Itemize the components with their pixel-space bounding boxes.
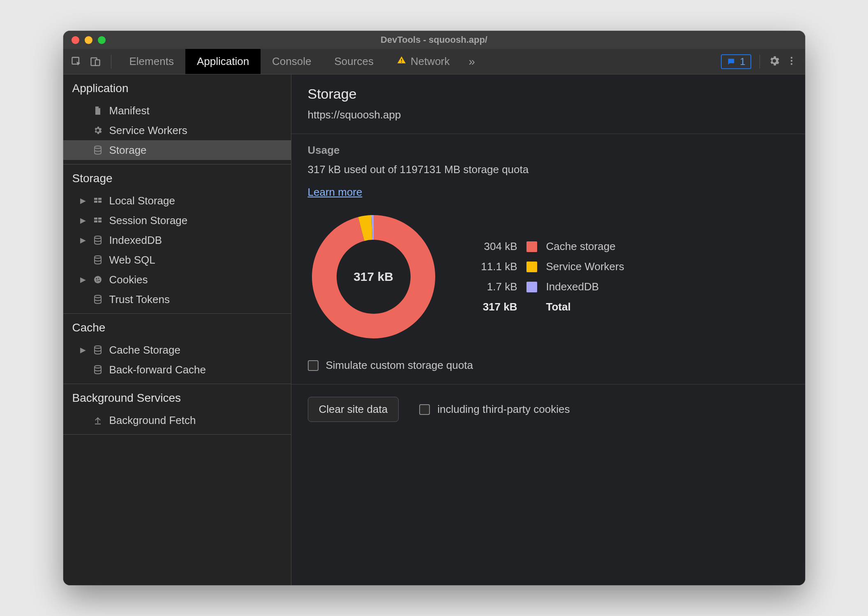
database-icon [92,255,104,265]
svg-point-23 [96,280,97,281]
svg-point-26 [95,366,101,368]
table-icon [92,196,104,206]
sidebar-item-local-storage[interactable]: ▶Local Storage [63,191,291,211]
svg-point-17 [95,236,101,239]
tab-label: Sources [335,55,374,68]
svg-rect-13 [94,218,97,220]
svg-point-20 [96,278,97,280]
sidebar-item-storage[interactable]: ▶Storage [63,140,291,160]
application-sidebar: Application▶Manifest▶Service Workers▶Sto… [63,74,291,585]
svg-rect-16 [98,220,102,222]
sidebar-item-trust-tokens[interactable]: ▶Trust Tokens [63,289,291,309]
svg-rect-11 [94,201,97,203]
usage-legend: 304 kBCache storage11.1 kBService Worker… [472,240,624,313]
close-icon[interactable] [72,36,79,44]
device-toggle-icon[interactable] [90,56,101,67]
svg-point-8 [95,146,101,148]
sidebar-item-background-fetch[interactable]: ▶Background Fetch [63,410,291,430]
sidebar-item-label: Local Storage [109,195,175,207]
gear-icon [92,125,104,135]
devtools-window: DevTools - squoosh.app/ Elements Applica… [63,31,805,585]
legend-size: 1.7 kB [472,280,517,293]
sidebar-item-session-storage[interactable]: ▶Session Storage [63,211,291,230]
svg-rect-15 [94,220,97,222]
svg-rect-9 [94,198,97,200]
legend-label: Cache storage [546,240,624,253]
messages-count: 1 [740,56,745,67]
chevron-right-icon: ▶ [80,236,86,245]
settings-icon[interactable] [768,55,780,69]
sidebar-section-heading: Application [63,74,291,101]
sidebar-item-back-forward-cache[interactable]: ▶Back-forward Cache [63,360,291,380]
maximize-icon[interactable] [98,36,106,44]
tab-overflow[interactable]: » [461,49,482,74]
sidebar-section-heading: Cache [63,314,291,340]
simulate-quota-checkbox[interactable] [308,360,319,371]
sidebar-item-cookies[interactable]: ▶Cookies [63,270,291,289]
sidebar-item-label: Trust Tokens [109,293,170,306]
legend-swatch [526,262,537,272]
svg-point-24 [95,295,101,298]
panel-title: Storage [308,86,789,102]
svg-rect-14 [98,218,102,220]
svg-point-25 [95,346,101,348]
svg-rect-10 [98,198,102,200]
sidebar-item-label: Cookies [109,273,148,286]
file-icon [92,106,104,116]
legend-label: IndexedDB [546,280,624,293]
sidebar-item-label: IndexedDB [109,234,162,247]
database-icon [92,235,104,245]
separator [760,55,760,69]
legend-swatch [526,282,537,292]
svg-rect-3 [401,59,402,61]
sidebar-item-manifest[interactable]: ▶Manifest [63,101,291,120]
third-party-cookies-checkbox[interactable] [419,404,430,415]
tab-label: Elements [129,55,174,68]
origin-url: https://squoosh.app [308,109,789,121]
svg-point-5 [790,57,792,58]
legend-size: 11.1 kB [472,260,517,273]
window-titlebar: DevTools - squoosh.app/ [63,31,805,49]
legend-total-label: Total [546,301,624,313]
inspect-element-icon[interactable] [71,56,82,67]
panel-tabs: Elements Application Console Sources Net… [118,49,482,74]
sidebar-item-indexeddb[interactable]: ▶IndexedDB [63,230,291,250]
sidebar-item-cache-storage[interactable]: ▶Cache Storage [63,340,291,360]
chevron-right-icon: ▶ [80,216,86,225]
usage-summary: 317 kB used out of 1197131 MB storage qu… [308,163,789,176]
tab-elements[interactable]: Elements [118,49,185,74]
window-title: DevTools - squoosh.app/ [381,35,487,45]
separator [111,55,111,69]
clear-site-data-button[interactable]: Clear site data [308,397,399,422]
tab-network[interactable]: Network [385,49,461,74]
sidebar-item-service-workers[interactable]: ▶Service Workers [63,120,291,140]
sidebar-item-web-sql[interactable]: ▶Web SQL [63,250,291,270]
tab-label: Application [197,55,249,68]
console-messages-badge[interactable]: 1 [721,54,751,69]
svg-rect-12 [98,201,102,203]
svg-point-22 [98,280,99,281]
upload-icon [92,415,104,425]
svg-rect-4 [401,62,402,63]
database-icon [92,294,104,304]
chat-icon [727,57,736,66]
legend-total-size: 317 kB [472,301,517,313]
tab-console[interactable]: Console [261,49,323,74]
svg-point-21 [98,278,99,279]
tab-application[interactable]: Application [185,49,261,74]
third-party-cookies-label: including third-party cookies [437,403,570,416]
warning-icon [397,55,406,68]
svg-point-19 [94,276,102,283]
storage-panel: Storage https://squoosh.app Usage 317 kB… [291,74,805,585]
sidebar-item-label: Background Fetch [109,414,196,427]
learn-more-link[interactable]: Learn more [308,186,362,198]
minimize-icon[interactable] [85,36,92,44]
kebab-menu-icon[interactable] [786,56,797,68]
svg-point-6 [790,60,792,61]
svg-rect-2 [95,60,100,65]
sidebar-item-label: Service Workers [109,124,187,137]
chevron-right-icon: ▶ [80,345,86,354]
tab-sources[interactable]: Sources [323,49,385,74]
usage-donut-chart: 317 kB [308,211,439,343]
sidebar-item-label: Web SQL [109,254,155,266]
